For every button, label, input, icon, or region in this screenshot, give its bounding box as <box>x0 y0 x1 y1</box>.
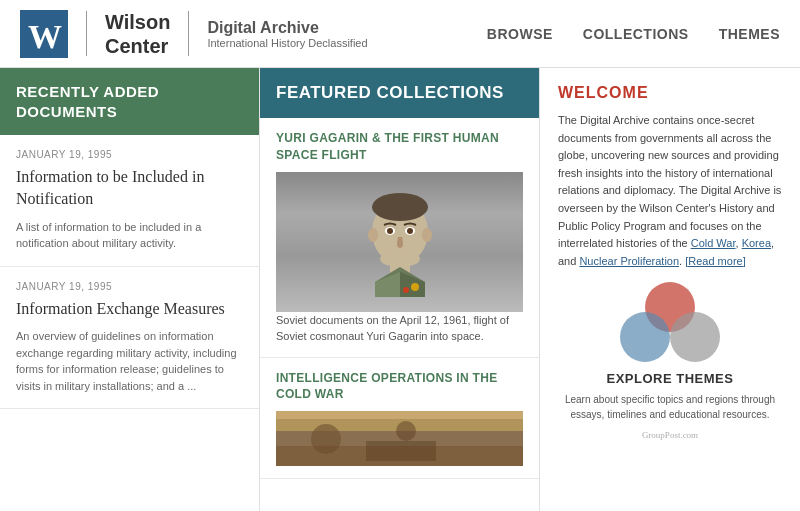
brand-name: WilsonCenter <box>105 10 170 58</box>
nav-browse[interactable]: BROWSE <box>487 26 553 42</box>
doc-date-2: JANUARY 19, 1995 <box>16 281 243 292</box>
svg-point-2 <box>372 193 428 221</box>
header: W WilsonCenter Digital Archive Internati… <box>0 0 800 68</box>
main-content: RECENTLY ADDED DOCUMENTS JANUARY 19, 199… <box>0 68 800 511</box>
welcome-title: WELCOME <box>558 84 782 102</box>
logo-divider2 <box>188 11 189 56</box>
logo-divider <box>86 11 87 56</box>
middle-column: FEATURED COLLECTIONS YURI GAGARIN & THE … <box>260 68 540 511</box>
circle-gray <box>670 312 720 362</box>
circle-blue <box>620 312 670 362</box>
doc-date-1: JANUARY 19, 1995 <box>16 149 243 160</box>
welcome-text: The Digital Archive contains once-secret… <box>558 112 782 270</box>
wilson-logo-w: W <box>20 10 68 58</box>
svg-point-16 <box>311 424 341 454</box>
coldwar-image <box>276 411 523 466</box>
main-nav: BROWSE COLLECTIONS THEMES <box>487 26 780 42</box>
nuclear-link[interactable]: Nuclear Proliferation <box>579 255 679 267</box>
svg-rect-15 <box>276 411 523 419</box>
doc-desc-2: An overview of guidelines on information… <box>16 328 243 394</box>
tagline: Digital Archive <box>207 19 367 37</box>
svg-point-3 <box>368 228 378 242</box>
recently-added-header: RECENTLY ADDED DOCUMENTS <box>0 68 259 135</box>
logo-text: WilsonCenter <box>105 10 170 58</box>
featured-collections-header: FEATURED COLLECTIONS <box>260 68 539 118</box>
nav-collections[interactable]: COLLECTIONS <box>583 26 689 42</box>
svg-text:W: W <box>28 18 62 54</box>
svg-point-11 <box>411 283 419 291</box>
venn-diagram: EXPLORE THEMES Learn about specific topi… <box>558 282 782 422</box>
doc-desc-1: A list of information to be included in … <box>16 219 243 252</box>
collection-item-gagarin[interactable]: YURI GAGARIN & THE FIRST HUMAN SPACE FLI… <box>260 118 539 358</box>
nav-themes[interactable]: THEMES <box>719 26 780 42</box>
doc-title-2: Information Exchange Measures <box>16 298 243 320</box>
logo-area: W WilsonCenter Digital Archive Internati… <box>20 10 368 58</box>
tagline-area: Digital Archive International History De… <box>207 19 367 49</box>
cold-war-link[interactable]: Cold War <box>691 237 736 249</box>
collection-item-coldwar[interactable]: INTELLIGENCE OPERATIONS IN THE COLD WAR <box>260 358 539 480</box>
svg-point-12 <box>403 287 409 293</box>
korea-link[interactable]: Korea <box>742 237 771 249</box>
svg-point-4 <box>422 228 432 242</box>
read-more-link[interactable]: [Read more] <box>685 255 746 267</box>
collection-title-gagarin: YURI GAGARIN & THE FIRST HUMAN SPACE FLI… <box>276 130 523 164</box>
svg-point-7 <box>387 228 393 234</box>
gagarin-image <box>276 172 523 312</box>
explore-themes-title: EXPLORE THEMES <box>607 371 734 386</box>
venn-circles <box>620 282 720 367</box>
right-column: WELCOME The Digital Archive contains onc… <box>540 68 800 511</box>
collection-desc-gagarin: Soviet documents on the April 12, 1961, … <box>276 312 523 345</box>
svg-point-8 <box>407 228 413 234</box>
collection-title-coldwar: INTELLIGENCE OPERATIONS IN THE COLD WAR <box>276 370 523 404</box>
doc-title-1: Information to be Included in Notificati… <box>16 166 243 211</box>
explore-themes-desc: Learn about specific topics and regions … <box>558 392 782 422</box>
document-item-1[interactable]: JANUARY 19, 1995 Information to be Inclu… <box>0 135 259 267</box>
subtitle: International History Declassified <box>207 37 367 49</box>
svg-rect-18 <box>366 441 436 461</box>
watermark: GroupPost.com <box>558 430 782 440</box>
document-item-2[interactable]: JANUARY 19, 1995 Information Exchange Me… <box>0 267 259 409</box>
svg-point-17 <box>396 421 416 441</box>
left-column: RECENTLY ADDED DOCUMENTS JANUARY 19, 199… <box>0 68 260 511</box>
